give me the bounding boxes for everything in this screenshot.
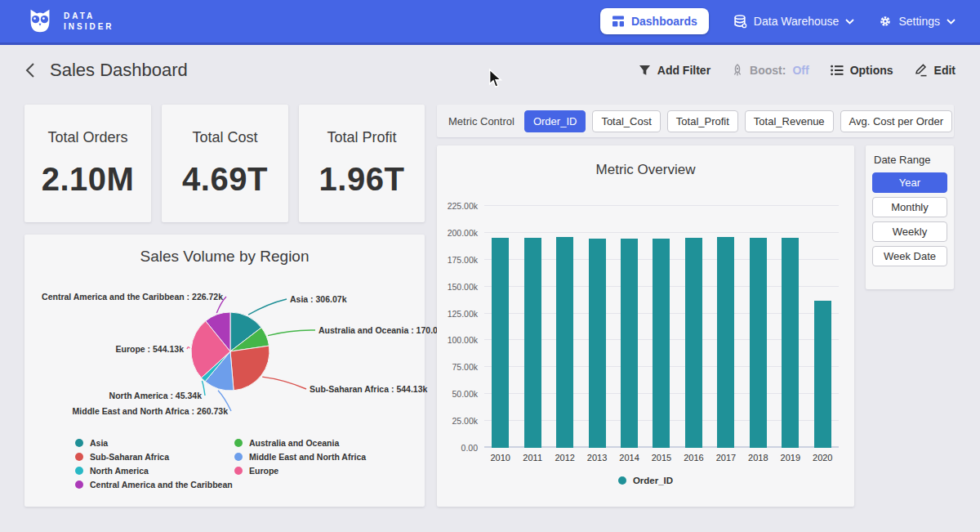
pie-label-middle-east-and-north-africa: Middle East and North Africa : 260.73k [73, 406, 229, 416]
data-warehouse-menu[interactable]: Data Warehouse [733, 15, 855, 29]
boost-state: Off [792, 64, 808, 77]
nav-menu: Dashboards Data Warehouse [600, 8, 956, 34]
boost-label: Boost: [750, 64, 786, 77]
legend-item-north-america[interactable]: North America [75, 466, 234, 476]
bar-2015 [653, 239, 670, 449]
metric-control-label: Metric Control [448, 115, 514, 127]
bar-column-2017 [710, 237, 742, 448]
y-tick-label: 25.00k [430, 416, 478, 426]
x-tick-label: 2015 [645, 453, 677, 463]
gear-icon [879, 15, 892, 28]
metric-button-avg-cost-per-order[interactable]: Avg. Cost per Order [840, 110, 952, 132]
y-tick-label: 0.00 [430, 443, 478, 453]
kpi-value: 1.96T [319, 161, 405, 198]
kpi-card-total-profit: Total Profit 1.96T [299, 105, 425, 222]
pie-label-north-america: North America : 45.34k [109, 391, 203, 400]
kpi-card-total-orders: Total Orders 2.10M [24, 105, 151, 222]
bar-2011 [524, 238, 541, 448]
top-nav: DATA INSIDER Dashboards D [0, 0, 980, 45]
legend-label: Order_ID [633, 476, 673, 485]
metric-button-total-profit[interactable]: Total_Profit [667, 110, 738, 132]
options-button[interactable]: Options [831, 64, 893, 77]
legend-item-sub-saharan-africa[interactable]: Sub-Saharan Africa [75, 452, 234, 462]
pie-label-asia: Asia : 306.07k [290, 294, 347, 304]
kpi-label: Total Cost [192, 129, 257, 146]
legend-label: Central America and the Caribbean [90, 480, 233, 490]
bar-column-2014 [613, 239, 645, 448]
pie-label-australia-and-oceania: Australia and Oceania : 170.04k [318, 325, 448, 335]
bar-column-2020 [807, 301, 839, 449]
bar-2010 [492, 238, 509, 448]
brand-line1: DATA [64, 11, 114, 20]
brand[interactable]: DATA INSIDER [24, 6, 114, 37]
kpi-value: 2.10M [42, 161, 135, 198]
bar-column-2019 [774, 238, 806, 448]
boost-toggle[interactable]: Boost: Off [732, 64, 809, 77]
metric-button-order-id[interactable]: Order_ID [524, 110, 586, 132]
date-button-year[interactable]: Year [872, 172, 947, 193]
page: DATA INSIDER Dashboards D [0, 0, 980, 532]
pie-chart-title: Sales Volume by Region [24, 248, 425, 266]
bar-2018 [750, 238, 767, 448]
date-range-buttons: YearMonthlyWeeklyWeek Date [872, 172, 947, 266]
options-label: Options [850, 64, 893, 77]
dashboards-button[interactable]: Dashboards [600, 8, 709, 34]
legend-item-middle-east-and-north-africa[interactable]: Middle East and North Africa [234, 452, 425, 462]
date-button-weekly[interactable]: Weekly [872, 221, 947, 242]
page-title: Sales Dashboard [50, 60, 188, 81]
legend-label: Europe [249, 466, 278, 476]
pie-legend: AsiaSub-Saharan AfricaNorth AmericaCentr… [75, 436, 425, 491]
bar-column-2018 [742, 238, 774, 448]
metric-button-total-revenue[interactable]: Total_Revenue [745, 110, 834, 132]
pie-label-line [262, 377, 306, 389]
legend-item-asia[interactable]: Asia [75, 438, 234, 448]
metric-buttons: Order_IDTotal_CostTotal_ProfitTotal_Reve… [524, 110, 952, 132]
settings-menu[interactable]: Settings [879, 15, 956, 28]
x-tick-label: 2017 [710, 453, 742, 463]
chevron-down-icon [947, 19, 956, 25]
bar-2014 [621, 239, 638, 448]
legend-label: North America [90, 466, 149, 476]
chevron-left-icon [24, 62, 35, 78]
y-tick-label: 225.00k [430, 201, 478, 211]
bar-column-2013 [581, 239, 612, 449]
edit-label: Edit [934, 64, 956, 77]
bar-2016 [685, 238, 702, 448]
legend-dot [234, 467, 243, 475]
legend-item-europe[interactable]: Europe [234, 466, 425, 476]
bar-chart-title: Metric Overview [437, 162, 854, 178]
bar-x-axis: 2010201120122013201420152016201720182019… [484, 453, 839, 463]
metric-button-total-cost[interactable]: Total_Cost [592, 110, 660, 132]
metric-control-bar: Metric Control Order_IDTotal_CostTotal_P… [437, 105, 954, 137]
legend-label: Middle East and North Africa [249, 452, 366, 462]
date-button-week-date[interactable]: Week Date [872, 246, 947, 266]
pie-label-europe: Europe : 544.13k [116, 344, 185, 354]
bar-column-2010 [484, 238, 516, 448]
kpi-label: Total Profit [327, 129, 396, 146]
bar-2017 [717, 237, 734, 448]
dashboards-label: Dashboards [631, 15, 697, 28]
date-button-monthly[interactable]: Monthly [872, 197, 947, 217]
add-filter-label: Add Filter [657, 64, 710, 77]
edit-button[interactable]: Edit [915, 64, 956, 77]
legend-label: Australia and Oceania [249, 438, 339, 448]
rocket-icon [732, 64, 743, 77]
y-tick-label: 200.00k [430, 228, 478, 238]
bar-column-2015 [645, 239, 677, 449]
back-button[interactable] [24, 62, 35, 78]
x-tick-label: 2011 [516, 453, 548, 463]
pie-label-line [248, 299, 287, 315]
chevron-down-icon [845, 19, 854, 25]
bar-series [484, 198, 839, 448]
bar-2019 [782, 238, 799, 448]
x-tick-label: 2018 [742, 453, 774, 463]
list-icon [831, 65, 844, 76]
pencil-icon [915, 64, 928, 77]
add-filter-button[interactable]: Add Filter [639, 64, 710, 77]
bar-column-2016 [678, 238, 710, 448]
legend-item-australia-and-oceania[interactable]: Australia and Oceania [234, 438, 425, 448]
bar-plot: 0.0025.00k50.00k75.00k100.00k125.00k150.… [484, 198, 839, 448]
pie-label-line [268, 330, 315, 336]
pie-chart: Asia : 306.07kAustralia and Oceania : 17… [24, 272, 425, 434]
legend-item-central-america-and-the-caribbean[interactable]: Central America and the Caribbean [75, 480, 234, 490]
